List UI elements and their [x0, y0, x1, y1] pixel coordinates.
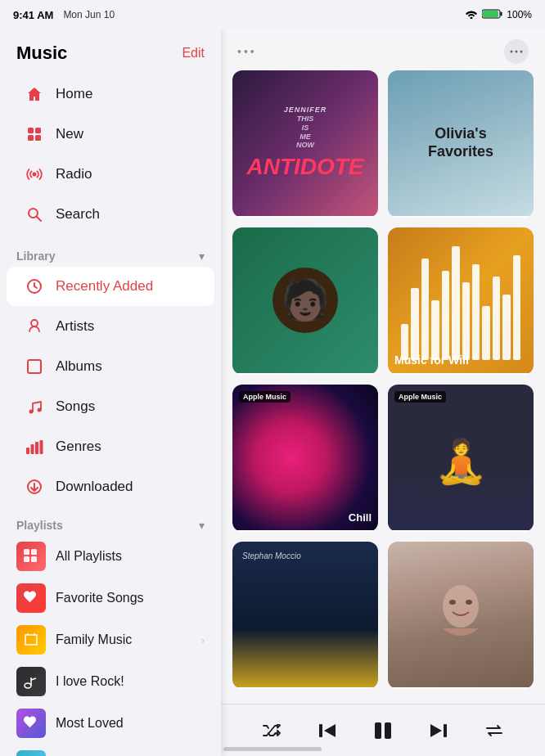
main-content: ••• JENNIFER THIS IS ME NOW ANTIDOTE — [221, 29, 545, 756]
recently-added-label: Recently Added — [56, 278, 153, 295]
album-art-in-my-room: Apple Music 🧘 — [388, 385, 534, 530]
prev-button[interactable] — [313, 716, 342, 745]
family-music-label: Family Music — [56, 632, 201, 647]
albums-icon — [23, 355, 46, 378]
svg-line-9 — [37, 217, 41, 221]
genres-icon — [23, 435, 46, 458]
playlists-list: All Playlists Favorite Songs Family Musi… — [0, 536, 221, 756]
clock-icon — [23, 275, 46, 298]
songs-label: Songs — [56, 398, 95, 415]
svg-line-28 — [31, 678, 36, 680]
sidebar-item-recently-added[interactable]: Recently Added — [7, 267, 214, 306]
svg-rect-18 — [35, 442, 38, 454]
battery-percent: 100% — [507, 9, 532, 20]
search-icon — [23, 203, 46, 226]
album-info-pop-chill: Pop Chill Apple Music Pop — [232, 530, 378, 532]
playlist-item-most-played[interactable]: Most Played — [0, 745, 221, 756]
downloaded-label: Downloaded — [56, 479, 133, 495]
library-section-header: Library ▾ — [0, 238, 221, 266]
albums-grid: JENNIFER THIS IS ME NOW ANTIDOTE In Sear… — [221, 70, 545, 715]
artists-label: Artists — [56, 318, 94, 335]
new-label: New — [56, 126, 83, 142]
play-pause-button[interactable] — [368, 716, 398, 745]
album-card-legends[interactable]: Stephan Moccio Legends, Myths and Lave..… — [232, 542, 378, 689]
library-label: Library — [16, 250, 55, 263]
svg-point-35 — [520, 51, 523, 53]
playlist-item-i-love-rock[interactable]: I love Rock! — [0, 661, 221, 702]
svg-rect-3 — [28, 128, 34, 133]
svg-marker-43 — [430, 724, 442, 737]
album-card-dannys-mix[interactable]: 🧑🏿 Danny's Mix Playlist — [232, 227, 378, 375]
wifi-icon — [465, 9, 478, 21]
sidebar-item-new[interactable]: New — [7, 115, 214, 154]
family-music-chevron: › — [201, 634, 205, 646]
sidebar-item-songs[interactable]: Songs — [7, 387, 214, 426]
playlist-thumb-irock — [16, 667, 46, 696]
nav-section: Home New Radio — [0, 70, 221, 238]
search-label: Search — [56, 206, 100, 223]
i-love-rock-label: I love Rock! — [56, 674, 205, 689]
more-button[interactable] — [504, 39, 529, 64]
album-info-shakira: Las Mujeres Ya No Lloran ★ Shakira — [388, 687, 534, 689]
playlist-item-favorite-songs[interactable]: Favorite Songs — [0, 578, 221, 619]
sidebar-item-genres[interactable]: Genres — [7, 427, 214, 466]
sidebar-item-radio[interactable]: Radio — [7, 155, 214, 194]
album-card-antidote[interactable]: JENNIFER THIS IS ME NOW ANTIDOTE In Sear… — [232, 70, 378, 218]
new-icon — [23, 123, 46, 146]
sidebar-item-artists[interactable]: Artists — [7, 307, 214, 346]
playlist-thumb-all-playlists — [16, 542, 46, 571]
svg-point-33 — [511, 51, 513, 53]
sidebar: Music Edit Home New — [0, 29, 221, 756]
playlist-thumb-family — [16, 625, 46, 655]
edit-button[interactable]: Edit — [182, 46, 205, 61]
sidebar-item-home[interactable]: Home — [7, 74, 214, 114]
album-art-olivia: Olivia's Favorites — [388, 70, 534, 216]
sidebar-item-search[interactable]: Search — [7, 195, 214, 234]
downloaded-icon — [23, 475, 46, 498]
playlist-item-all-playlists[interactable]: All Playlists — [0, 536, 221, 577]
svg-rect-23 — [31, 549, 37, 555]
playlist-item-most-loved[interactable]: Most Loved — [0, 703, 221, 744]
album-info-olivia: Olivia's Favorites Playlist — [388, 216, 534, 218]
album-card-olivia-favorites[interactable]: Olivia's Favorites Olivia's Favorites Pl… — [388, 70, 534, 218]
status-bar: 9:41 AM Mon Jun 10 100% — [0, 0, 545, 29]
home-indicator — [223, 747, 322, 751]
sidebar-item-downloaded[interactable]: Downloaded — [7, 467, 214, 506]
svg-point-14 — [29, 410, 34, 414]
svg-point-36 — [443, 585, 479, 628]
svg-point-26 — [25, 683, 31, 688]
playlist-thumb-favorites — [16, 583, 46, 613]
genres-label: Genres — [56, 439, 101, 455]
status-date: Mon Jun 10 — [63, 9, 115, 20]
album-card-shakira[interactable]: Las Mujeres Ya No Lloran ★ Shakira — [388, 542, 534, 689]
album-card-music-for-will[interactable]: Music for Will Music for Will Playlist — [388, 227, 534, 375]
svg-point-38 — [466, 600, 472, 605]
svg-rect-24 — [24, 556, 29, 562]
album-info-legends: Legends, Myths and Lave... Stephan Mocci… — [232, 687, 378, 689]
home-icon — [23, 83, 46, 106]
album-card-pop-chill[interactable]: Apple Music Chill Pop Chill Apple Music … — [232, 385, 378, 532]
svg-point-15 — [38, 408, 42, 412]
playlist-thumb-most-played — [16, 750, 46, 756]
repeat-button[interactable] — [480, 716, 509, 745]
sidebar-title: Music — [16, 43, 67, 64]
album-card-in-my-room[interactable]: Apple Music 🧘 In My Room Apple Music Pop — [388, 385, 534, 532]
svg-rect-40 — [319, 724, 322, 737]
next-button[interactable] — [424, 716, 453, 745]
sidebar-header: Music Edit — [0, 29, 221, 70]
main-header: ••• — [221, 29, 545, 70]
svg-rect-5 — [28, 135, 34, 141]
svg-point-37 — [449, 600, 456, 605]
album-info-in-my-room: In My Room Apple Music Pop — [388, 530, 534, 532]
songs-icon — [23, 395, 46, 418]
app-container: Music Edit Home New — [0, 29, 545, 756]
album-art-legends: Stephan Moccio — [232, 542, 378, 687]
library-chevron: ▾ — [199, 250, 205, 263]
playlists-section-header: Playlists ▾ — [0, 507, 221, 535]
sidebar-item-albums[interactable]: Albums — [7, 347, 214, 386]
svg-point-34 — [516, 51, 518, 53]
header-dots: ••• — [237, 45, 257, 58]
shuffle-button[interactable] — [257, 716, 286, 745]
playlist-item-family-music[interactable]: Family Music › — [0, 619, 221, 660]
svg-rect-4 — [35, 128, 41, 133]
